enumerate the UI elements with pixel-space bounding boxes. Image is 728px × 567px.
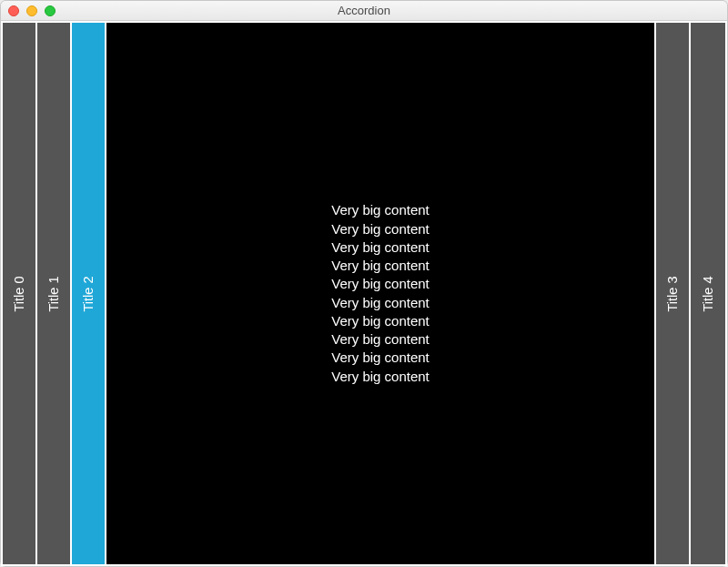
accordion-tab-label: Title 4 [701,276,715,311]
accordion-tab-label: Title 0 [12,276,26,311]
content-line: Very big content [331,275,430,293]
accordion-tab-1[interactable]: Title 1 [37,23,72,564]
content-line: Very big content [331,349,430,367]
accordion-tab-3[interactable]: Title 3 [656,23,691,564]
content-line: Very big content [331,294,430,312]
content-line: Very big content [331,257,430,275]
content-area: Title 0 Title 1 Title 2 Very big content… [1,21,727,566]
window-title: Accordion [1,4,727,17]
traffic-lights [1,5,56,16]
minimize-icon[interactable] [26,5,37,16]
accordion-tab-0[interactable]: Title 0 [3,23,37,564]
close-icon[interactable] [8,5,19,16]
content-line: Very big content [331,368,430,386]
accordion-panel-content: Very big content Very big content Very b… [106,23,656,564]
accordion: Title 0 Title 1 Title 2 Very big content… [3,23,725,564]
accordion-tab-label: Title 1 [46,276,61,311]
accordion-tab-label: Title 3 [665,276,680,311]
maximize-icon[interactable] [45,5,56,16]
titlebar: Accordion [1,1,727,21]
content-line: Very big content [331,220,430,238]
accordion-tab-2[interactable]: Title 2 [72,23,106,564]
app-window: Accordion Title 0 Title 1 Title 2 Very b… [0,0,728,567]
content-line: Very big content [331,201,430,219]
accordion-tab-label: Title 2 [81,276,96,311]
accordion-tab-4[interactable]: Title 4 [691,23,725,564]
content-line: Very big content [331,238,430,257]
content-line: Very big content [331,312,430,330]
content-line: Very big content [331,330,430,349]
